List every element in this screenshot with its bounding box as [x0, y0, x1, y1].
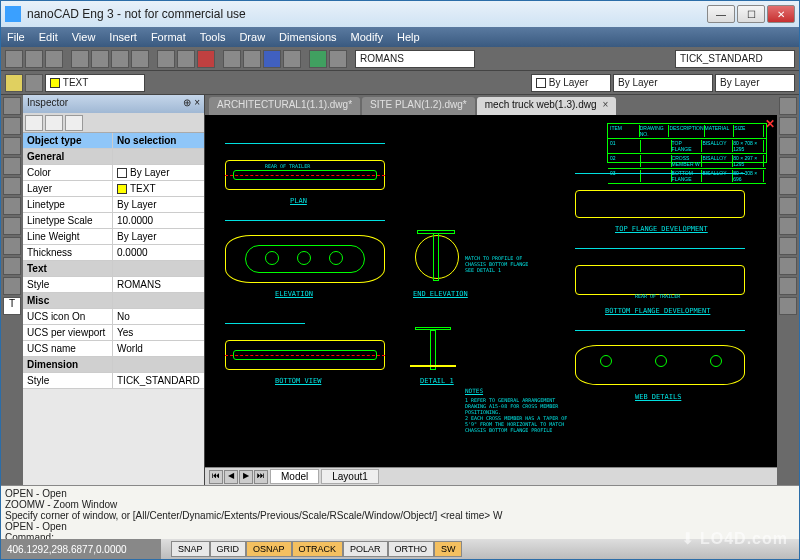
close-button[interactable]: ✕: [767, 5, 795, 23]
inspector-add-icon[interactable]: [25, 115, 43, 131]
prop-ucs-vp[interactable]: Yes: [113, 325, 204, 340]
copy-icon[interactable]: [111, 50, 129, 68]
zoom-icon[interactable]: [243, 50, 261, 68]
menu-modify[interactable]: Modify: [351, 31, 383, 43]
tab-layout1[interactable]: Layout1: [321, 469, 379, 484]
save-icon[interactable]: [45, 50, 63, 68]
minimize-button[interactable]: —: [707, 5, 735, 23]
move-tool-icon[interactable]: [779, 97, 797, 115]
tab-close-icon[interactable]: ×: [602, 99, 608, 110]
measure-icon[interactable]: [309, 50, 327, 68]
prop-thickness[interactable]: 0.0000: [113, 245, 204, 260]
tab-last-icon[interactable]: ⏭: [254, 470, 268, 484]
status-snap[interactable]: SNAP: [171, 541, 210, 557]
inspector-close-icon[interactable]: ⊕ ×: [183, 97, 200, 111]
zoom-extents-icon[interactable]: [283, 50, 301, 68]
menu-edit[interactable]: Edit: [39, 31, 58, 43]
command-line[interactable]: OPEN - Open ZOOMW - Zoom Window Specify …: [1, 485, 799, 539]
prop-ucs-icon[interactable]: No: [113, 309, 204, 324]
menu-draw[interactable]: Draw: [239, 31, 265, 43]
tab-next-icon[interactable]: ▶: [239, 470, 253, 484]
print-icon[interactable]: [71, 50, 89, 68]
label-detail1: DETAIL 1: [420, 377, 454, 385]
scale-tool-icon[interactable]: [779, 237, 797, 255]
layer-combo[interactable]: TEXT: [45, 74, 145, 92]
status-sw[interactable]: SW: [434, 541, 463, 557]
prop-color[interactable]: By Layer: [113, 165, 204, 180]
new-icon[interactable]: [5, 50, 23, 68]
polygon-tool-icon[interactable]: [3, 197, 21, 215]
extend-tool-icon[interactable]: [779, 217, 797, 235]
help-icon[interactable]: [329, 50, 347, 68]
hatch-tool-icon[interactable]: [3, 257, 21, 275]
window-controls: — ☐ ✕: [707, 5, 795, 23]
menu-tools[interactable]: Tools: [200, 31, 226, 43]
text-tool-icon[interactable]: T: [3, 297, 21, 315]
layer-prev-icon[interactable]: [25, 74, 43, 92]
ellipse-tool-icon[interactable]: [3, 217, 21, 235]
layer-icon[interactable]: [5, 74, 23, 92]
prop-dim-style[interactable]: TICK_STANDARD: [113, 373, 204, 388]
doc-tab-arch[interactable]: ARCHITECTURAL1(1.1).dwg*: [209, 97, 360, 115]
prop-ltscale[interactable]: 10.0000: [113, 213, 204, 228]
status-otrack[interactable]: OTRACK: [292, 541, 344, 557]
status-ortho[interactable]: ORTHO: [388, 541, 434, 557]
paste-icon[interactable]: [131, 50, 149, 68]
array-tool-icon[interactable]: [779, 297, 797, 315]
drawing-canvas[interactable]: ✕ ITEMDRAWING NO.DESCRIPTIONMATERIALSIZE…: [205, 115, 777, 467]
polyline-tool-icon[interactable]: [3, 117, 21, 135]
explode-tool-icon[interactable]: [779, 277, 797, 295]
prop-text-style[interactable]: ROMANS: [113, 277, 204, 292]
label-top-flange: TOP FLANGE DEVELOPMENT: [615, 225, 708, 233]
pan-icon[interactable]: [223, 50, 241, 68]
cut-icon[interactable]: [91, 50, 109, 68]
prop-linetype[interactable]: By Layer: [113, 197, 204, 212]
doc-tab-mech[interactable]: mech truck web(1.3).dwg×: [477, 97, 617, 115]
status-polar[interactable]: POLAR: [343, 541, 388, 557]
prop-ucs-name[interactable]: World: [113, 341, 204, 356]
inspector-pick-icon[interactable]: [65, 115, 83, 131]
prop-lineweight[interactable]: By Layer: [113, 229, 204, 244]
maximize-button[interactable]: ☐: [737, 5, 765, 23]
zoom-window-icon[interactable]: [263, 50, 281, 68]
toolbar-main: ROMANS TICK_STANDARD: [1, 47, 799, 71]
inspector-header-row: Object type No selection: [23, 133, 204, 149]
dimstyle-combo[interactable]: TICK_STANDARD: [675, 50, 795, 68]
tab-prev-icon[interactable]: ◀: [224, 470, 238, 484]
menu-dimensions[interactable]: Dimensions: [279, 31, 336, 43]
erase-icon[interactable]: [197, 50, 215, 68]
lineweight-combo[interactable]: By Layer: [715, 74, 795, 92]
status-grid[interactable]: GRID: [210, 541, 247, 557]
linetype-combo[interactable]: By Layer: [613, 74, 713, 92]
font-combo[interactable]: ROMANS: [355, 50, 475, 68]
menu-help[interactable]: Help: [397, 31, 420, 43]
open-icon[interactable]: [25, 50, 43, 68]
menu-format[interactable]: Format: [151, 31, 186, 43]
menu-insert[interactable]: Insert: [109, 31, 137, 43]
rotate-tool-icon[interactable]: [779, 137, 797, 155]
menu-view[interactable]: View: [72, 31, 96, 43]
spline-tool-icon[interactable]: [3, 237, 21, 255]
arc-tool-icon[interactable]: [3, 157, 21, 175]
line-tool-icon[interactable]: [3, 97, 21, 115]
circle-tool-icon[interactable]: [3, 137, 21, 155]
rectangle-tool-icon[interactable]: [3, 177, 21, 195]
point-tool-icon[interactable]: [3, 277, 21, 295]
redo-icon[interactable]: [177, 50, 195, 68]
prop-layer[interactable]: TEXT: [113, 181, 204, 196]
trim-tool-icon[interactable]: [779, 197, 797, 215]
right-toolbar: [777, 95, 799, 485]
inspector-filter-icon[interactable]: [45, 115, 63, 131]
mirror-tool-icon[interactable]: [779, 157, 797, 175]
status-coords: 406.1292,298.6877,0.0000: [1, 539, 161, 559]
tab-first-icon[interactable]: ⏮: [209, 470, 223, 484]
undo-icon[interactable]: [157, 50, 175, 68]
doc-tab-site[interactable]: SITE PLAN(1.2).dwg*: [362, 97, 475, 115]
status-osnap[interactable]: OSNAP: [246, 541, 292, 557]
tab-model[interactable]: Model: [270, 469, 319, 484]
color-combo[interactable]: By Layer: [531, 74, 611, 92]
offset-tool-icon[interactable]: [779, 177, 797, 195]
copy-tool-icon[interactable]: [779, 117, 797, 135]
menu-file[interactable]: File: [7, 31, 25, 43]
fillet-tool-icon[interactable]: [779, 257, 797, 275]
